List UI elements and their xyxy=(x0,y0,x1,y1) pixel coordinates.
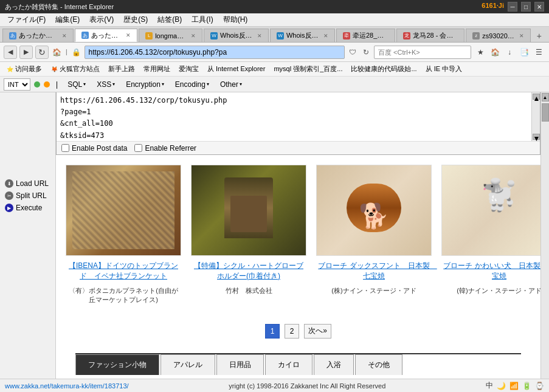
bm-common-sites[interactable]: 常用网址 xyxy=(140,63,174,75)
bm-taobao-label: 爱淘宝 xyxy=(179,64,199,74)
load-url-button[interactable]: ⬇ Load URL xyxy=(0,177,55,190)
cat-tab-fashion[interactable]: ファッション小物 xyxy=(75,354,159,375)
execute-button[interactable]: ▶ Execute xyxy=(0,202,55,214)
sql-label: SQL xyxy=(67,80,82,89)
right-scrollbar[interactable]: ▲ ▼ xyxy=(540,92,549,392)
xss-label: XSS xyxy=(97,80,111,89)
url-textarea-row: https://61.206.45.132/corp/tokusyu.php ?… xyxy=(57,92,540,141)
settings-icon[interactable]: ☰ xyxy=(532,46,545,59)
bm-new-user[interactable]: 新手上路 xyxy=(105,63,139,75)
home-icon[interactable]: 🏠 xyxy=(51,47,62,58)
tab-close-0[interactable]: ✕ xyxy=(62,33,67,39)
tab-close-4[interactable]: ✕ xyxy=(323,33,328,39)
bm-common-sites-label: 常用网址 xyxy=(143,64,170,74)
tab-6[interactable]: 龙 龙马28 - 会员注册 xyxy=(396,29,464,42)
menu-file[interactable]: ファイル(F) xyxy=(2,13,50,26)
tab-4[interactable]: W Whois反查 -... ✕ xyxy=(270,29,335,42)
xss-menu[interactable]: XSS▾ xyxy=(93,79,119,90)
enable-referrer-checkbox[interactable]: Enable Referrer xyxy=(134,144,196,153)
forward-button[interactable]: ▶ xyxy=(19,46,33,59)
url-textarea[interactable]: https://61.206.45.132/corp/tokusyu.php ?… xyxy=(57,92,531,141)
status-icon-4: ⌚ xyxy=(535,382,544,390)
sql-menu[interactable]: SQL▾ xyxy=(64,79,89,90)
referrer-checkbox-input[interactable] xyxy=(134,144,142,152)
reload-icon[interactable]: ↻ xyxy=(361,47,371,58)
download-icon[interactable]: ↓ xyxy=(503,46,516,59)
bm-healthy-code[interactable]: 比较健康的代码级始... xyxy=(347,63,420,75)
bm-mysql[interactable]: mysql 强制索引_百度... xyxy=(270,63,346,75)
cat-tab-other[interactable]: その他 xyxy=(355,354,402,375)
menu-help[interactable]: 帮助(H) xyxy=(218,13,253,26)
execute-label: Execute xyxy=(16,204,42,212)
tab-close-7[interactable]: ✕ xyxy=(519,33,524,39)
product-title-1[interactable]: 【特備】シクル・ハートグローブホルダー(巾着付き) xyxy=(191,261,306,281)
bm-ie-import2[interactable]: 从 IE 中导入 xyxy=(422,63,466,75)
menu-bookmarks[interactable]: 結签(B) xyxy=(153,13,187,26)
scroll-up-button[interactable]: ▲ xyxy=(542,93,549,101)
bm-taobao[interactable]: 爱淘宝 xyxy=(175,63,202,75)
star-icon[interactable]: ★ xyxy=(474,46,487,59)
tab-2[interactable]: L longma28.c... ✕ xyxy=(139,29,202,42)
tab-close-2[interactable]: ✕ xyxy=(191,33,196,39)
tab-favicon-0: あ xyxy=(9,32,16,40)
url-panel: https://61.206.45.132/corp/tokusyu.php ?… xyxy=(56,92,540,155)
tab-label-4: Whois反查 -... xyxy=(286,31,320,40)
tab-1[interactable]: あ あったか雑... ✕ xyxy=(75,29,137,42)
menu-edit[interactable]: 編集(E) xyxy=(50,13,85,26)
scrollbar-down[interactable]: ▼ xyxy=(533,134,540,140)
minimize-button[interactable]: ─ xyxy=(508,2,517,12)
new-tab-button[interactable]: + xyxy=(532,30,547,42)
close-button[interactable]: ✕ xyxy=(534,2,544,12)
category-tabs: ファッション小物 アパレル 日用品 カイロ 入浴 その他 xyxy=(75,353,521,375)
toolbar-icons: ★ 🏠 ↓ 📑 ☰ xyxy=(474,46,545,59)
product-title-2[interactable]: ブローチ ダックスフント 日本製 七宝焼 xyxy=(316,261,432,281)
page-btn-2[interactable]: 2 xyxy=(285,324,299,339)
bookmark-icon[interactable]: 📑 xyxy=(517,46,531,59)
address-input[interactable] xyxy=(85,46,345,59)
load-url-icon: ⬇ xyxy=(5,179,13,188)
bm-most-visited[interactable]: ⭐ 访问最多 xyxy=(2,63,46,75)
menu-history[interactable]: 歴史(S) xyxy=(119,13,153,26)
next-page-button[interactable]: 次へ» xyxy=(304,324,331,339)
cat-tab-kairo[interactable]: カイロ xyxy=(265,354,312,375)
enable-post-checkbox[interactable]: Enable Post data xyxy=(61,144,127,153)
shield-icon: 🛡 xyxy=(347,47,358,58)
encoding-menu[interactable]: Encoding▾ xyxy=(171,79,213,90)
cat-tab-apparel[interactable]: アパレル xyxy=(161,354,215,375)
scroll-thumb[interactable] xyxy=(542,103,549,122)
search-input[interactable] xyxy=(374,46,471,59)
tab-7[interactable]: z zs930201@... ✕ xyxy=(466,29,531,42)
url-scrollbar[interactable]: ▲ ▼ xyxy=(531,92,540,141)
address-bar: ◀ ▶ ↻ 🏠 | 🔒 🛡 ↻ ★ 🏠 ↓ 📑 ☰ xyxy=(0,43,549,62)
product-card-0: 【IBENA】ドイツのトップブランド イベナ社ブランケット 〈有〉ボタニカルプラ… xyxy=(66,165,181,304)
product-card-1: 【特備】シクル・ハートグローブホルダー(巾着付き) 竹村 株式会社 xyxy=(191,165,306,304)
other-menu[interactable]: Other▾ xyxy=(216,79,246,90)
back-button[interactable]: ◀ xyxy=(4,46,17,59)
maximize-button[interactable]: □ xyxy=(521,2,531,12)
page-btn-1[interactable]: 1 xyxy=(265,324,280,339)
split-url-button[interactable]: ✂ Split URL xyxy=(0,190,55,202)
menu-tools[interactable]: 工具(I) xyxy=(187,13,218,26)
bm-firefox-official[interactable]: 🦊 火狐官方站点 xyxy=(47,63,103,75)
product-title-0[interactable]: 【IBENA】ドイツのトップブランド イベナ社ブランケット xyxy=(66,261,181,281)
product-title-3[interactable]: ブローチ かわいい犬 日本製 七宝焼 xyxy=(441,261,540,281)
post-checkbox-input[interactable] xyxy=(61,144,69,152)
scrollbar-up[interactable]: ▲ xyxy=(533,94,540,100)
tab-5[interactable]: 牵 牵运28_百度... xyxy=(336,29,396,42)
tab-3[interactable]: W Whois反查 -... ✕ xyxy=(204,29,269,42)
cat-tab-daily[interactable]: 日用品 xyxy=(216,354,264,375)
tab-close-3[interactable]: ✕ xyxy=(257,33,262,39)
home2-icon[interactable]: 🏠 xyxy=(488,46,502,59)
tab-close-1[interactable]: ✕ xyxy=(126,32,131,38)
int-select[interactable]: INT xyxy=(4,78,30,91)
encoding-label: Encoding xyxy=(175,80,205,89)
tool-separator: | xyxy=(56,80,58,89)
refresh-button[interactable]: ↻ xyxy=(35,46,49,59)
encryption-menu[interactable]: Encryption▾ xyxy=(122,79,168,90)
menu-view[interactable]: 表示(V) xyxy=(85,13,119,26)
cat-tab-bath[interactable]: 入浴 xyxy=(314,354,354,375)
tab-0[interactable]: あ あったか雑貨特... ✕ xyxy=(2,29,74,42)
tab-bar: あ あったか雑貨特... ✕ あ あったか雑... ✕ L longma28.c… xyxy=(0,27,549,43)
bm-ie-import[interactable]: 从 Internet Explorer xyxy=(204,63,269,75)
status-bar: www.zakka.net/takemura-kk/item/183713/ y… xyxy=(0,379,549,392)
